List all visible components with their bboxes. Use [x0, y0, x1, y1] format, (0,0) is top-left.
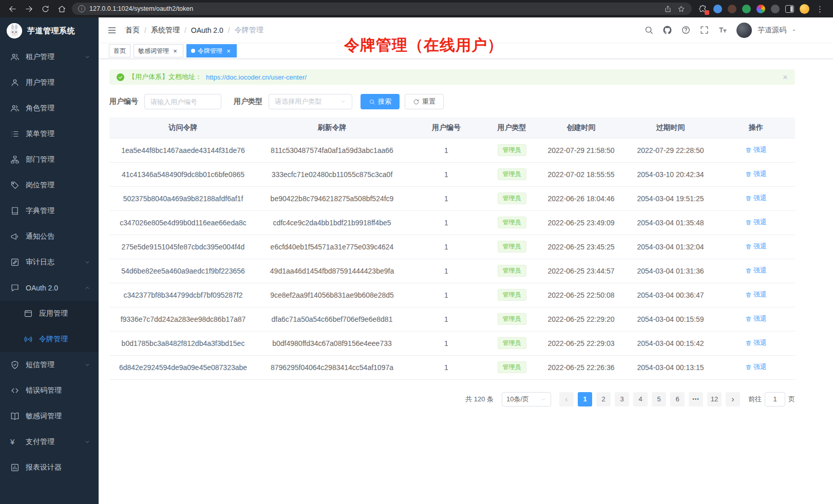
extension-icon-dark[interactable]: [728, 5, 736, 13]
sidebar-item-oauth2-token[interactable]: 令牌管理: [0, 326, 99, 352]
extension-icon-blue[interactable]: [713, 5, 722, 13]
table-header-row: 访问令牌刷新令牌用户编号用户类型创建时间过期时间操作: [109, 118, 795, 138]
user-id-input[interactable]: [144, 94, 221, 109]
reset-button[interactable]: 重置: [405, 94, 444, 109]
access-token-cell: c347026e805e4d99b0d116eae66eda8c: [109, 210, 257, 235]
page-button-6[interactable]: 6: [670, 392, 685, 406]
share-icon[interactable]: [663, 4, 672, 13]
delete-icon: [745, 219, 752, 226]
table-row: 54d6be82ee5a460a9aedc1f9bf22365649d1aa46…: [109, 259, 795, 283]
chevron-down-icon: [84, 439, 90, 445]
tab-close-icon[interactable]: ×: [172, 47, 179, 54]
sidebar-item-dept[interactable]: 部门管理: [0, 147, 99, 172]
fullscreen-icon[interactable]: [699, 25, 709, 35]
browser-reload-button[interactable]: [39, 3, 51, 15]
sidebar-item-tenant[interactable]: 租户管理: [0, 44, 99, 70]
extension-pin-icon[interactable]: [771, 5, 780, 13]
page-size-select[interactable]: 10条/页: [502, 392, 551, 406]
side-panel-icon[interactable]: [785, 5, 794, 13]
sidebar-item-error-code[interactable]: 错误码管理: [0, 378, 99, 403]
force-logout-label: 强退: [753, 242, 767, 251]
breadcrumb-item-2[interactable]: OAuth 2.0: [191, 26, 223, 34]
search-button[interactable]: 搜索: [361, 94, 400, 109]
user-type-select[interactable]: 请选择用户类型: [269, 94, 352, 109]
force-logout-button[interactable]: 强退: [745, 314, 767, 323]
user-avatar[interactable]: [736, 23, 752, 38]
action-cell: 强退: [717, 210, 795, 235]
page-button-3[interactable]: 3: [615, 392, 629, 406]
github-icon[interactable]: [662, 25, 672, 35]
chevron-down-icon: [84, 54, 90, 60]
breadcrumb-item-0[interactable]: 首页: [125, 26, 140, 35]
sidebar-toggle-icon[interactable]: [107, 25, 117, 35]
create-time-cell: 2022-06-25 23:44:57: [538, 259, 624, 283]
sidebar-item-post[interactable]: 岗位管理: [0, 172, 99, 198]
sidebar-item-audit-log[interactable]: 审计日志: [0, 249, 99, 275]
browser-back-button[interactable]: [6, 3, 18, 15]
force-logout-button[interactable]: 强退: [745, 266, 767, 275]
table-row: c347026e805e4d99b0d116eae66eda8ccdfc4ce9…: [109, 210, 795, 235]
sidebar-item-menu[interactable]: 菜单管理: [0, 121, 99, 147]
address-bar[interactable]: i 127.0.0.1:1024/system/oauth2/token: [72, 3, 692, 15]
user-name[interactable]: 芋道源码: [758, 26, 786, 35]
page-button-12[interactable]: 12: [707, 392, 722, 406]
page-button-5[interactable]: 5: [652, 392, 666, 406]
table-row: 6d842e2924594de9a09e45e087323abe8796295f…: [109, 355, 795, 379]
help-icon[interactable]: [681, 25, 691, 35]
force-logout-button[interactable]: 强退: [745, 218, 767, 227]
pagination-prev-button[interactable]: ‹: [559, 392, 574, 406]
extension-puzzle-icon[interactable]: [698, 4, 708, 14]
browser-home-button[interactable]: [55, 3, 68, 15]
app-logo[interactable]: 芋道管理系统: [0, 17, 99, 44]
bookmark-star-icon[interactable]: [676, 4, 686, 13]
browser-menu-icon[interactable]: ⋮: [815, 5, 825, 13]
active-tab-dot: [191, 49, 195, 53]
extension-badge: [705, 10, 709, 15]
sidebar-item-oauth2-application[interactable]: 应用管理: [0, 301, 99, 326]
sidebar-item-user[interactable]: 用户管理: [0, 70, 99, 95]
page-button-1[interactable]: 1: [578, 392, 592, 406]
page-button-4[interactable]: 4: [633, 392, 648, 406]
sidebar-item-notice[interactable]: 通知公告: [0, 224, 99, 249]
force-logout-button[interactable]: 强退: [745, 362, 767, 372]
page-button-2[interactable]: 2: [596, 392, 611, 406]
force-logout-button[interactable]: 强退: [745, 193, 767, 203]
tab-close-icon[interactable]: ×: [225, 47, 232, 54]
sidebar-item-pay[interactable]: ¥支付管理: [0, 429, 99, 455]
font-size-icon[interactable]: [718, 25, 728, 35]
force-logout-button[interactable]: 强退: [745, 290, 767, 299]
alert-close-icon[interactable]: ×: [783, 73, 788, 82]
goto-page-input[interactable]: [765, 392, 785, 406]
user-type-cell: 管理员: [485, 186, 538, 210]
tab-sensitive-word[interactable]: 敏感词管理×: [134, 44, 183, 57]
browser-forward-button[interactable]: [23, 3, 35, 15]
pagination-next-button[interactable]: ›: [726, 392, 740, 406]
force-logout-button[interactable]: 强退: [745, 169, 767, 179]
breadcrumb-item-1[interactable]: 系统管理: [151, 26, 180, 35]
search-icon[interactable]: [644, 25, 654, 35]
alert-doc-link[interactable]: https://doc.iocoder.cn/user-center/: [206, 73, 307, 81]
force-logout-label: 强退: [753, 193, 767, 203]
tab-token[interactable]: 令牌管理×: [186, 44, 237, 57]
sidebar-item-sensitive-word[interactable]: 敏感词管理: [0, 403, 99, 429]
expire-time-cell: 2054-03-04 19:51:25: [624, 186, 717, 210]
yen-icon: ¥: [10, 437, 20, 447]
force-logout-button[interactable]: 强退: [745, 242, 767, 251]
goto-label: 前往: [748, 395, 762, 404]
tab-home[interactable]: 首页: [109, 44, 130, 57]
chevron-up-icon: [84, 285, 90, 291]
force-logout-button[interactable]: 强退: [745, 338, 767, 347]
force-logout-button[interactable]: 强退: [745, 145, 767, 154]
extension-icon-rainbow[interactable]: [756, 5, 765, 13]
sidebar-item-report-designer[interactable]: 报表设计器: [0, 455, 99, 480]
sidebar-item-role[interactable]: 角色管理: [0, 95, 99, 121]
chevron-down-icon[interactable]: [791, 27, 797, 33]
chevron-down-icon: [84, 362, 90, 368]
site-info-icon[interactable]: i: [78, 5, 85, 12]
extension-icon-green[interactable]: [742, 5, 751, 13]
sidebar-item-sms[interactable]: 短信管理: [0, 352, 99, 378]
sidebar-item-oauth2[interactable]: OAuth 2.0: [0, 275, 99, 301]
browser-profile-avatar[interactable]: [800, 4, 809, 14]
pagination-more-button[interactable]: •••: [689, 392, 703, 406]
sidebar-item-dict[interactable]: 字典管理: [0, 198, 99, 224]
